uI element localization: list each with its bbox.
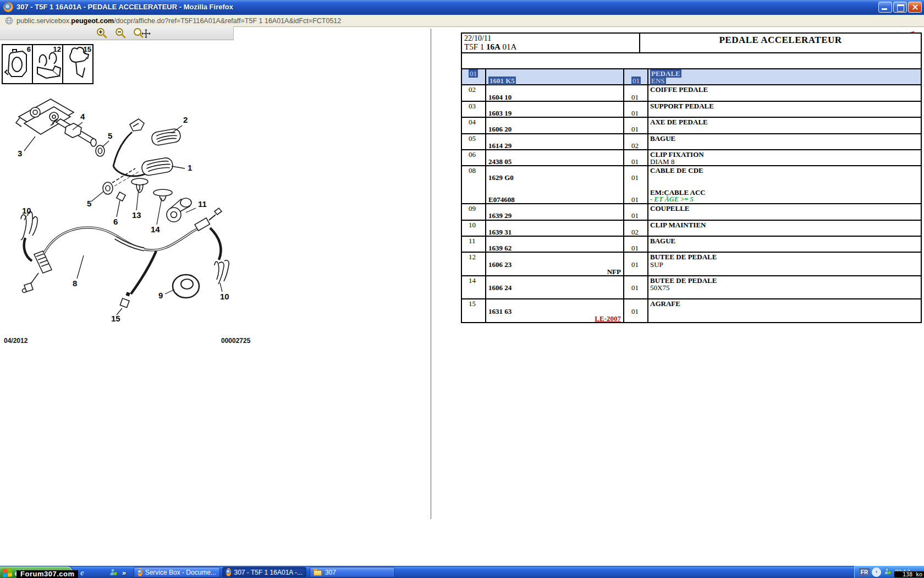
url-text[interactable]: public.servicebox.peugeot.com/docpr/affi… <box>16 17 341 25</box>
line: 01 <box>631 261 647 268</box>
cell-num: 09 <box>462 204 486 219</box>
cell-num: 02 <box>462 85 486 100</box>
table-row-15[interactable]: 151631 63LE-200701AGRAFE <box>462 299 921 323</box>
table-row-05[interactable]: 051614 2902BAGUE <box>462 134 921 150</box>
address-bar[interactable]: public.servicebox.peugeot.com/docpr/affi… <box>0 15 924 27</box>
line <box>650 315 921 322</box>
cell-qty: 01 <box>624 204 648 219</box>
firefox-quicklaunch-icon[interactable] <box>95 568 105 577</box>
doc-header: 22/10/11 T5F 1 16A 01A PEDALE ACCELERATE… <box>461 32 922 53</box>
hide-icons-button[interactable]: ‹ <box>872 568 881 577</box>
line: BUTEE DE PEDALE <box>650 277 921 284</box>
line: 05 <box>469 135 485 142</box>
cell-num: 06 <box>462 150 486 165</box>
thumbnail-number: 12 <box>53 45 61 53</box>
taskbar-button-label: 307 - T5F 1 16A01A -... <box>234 569 302 576</box>
line <box>631 315 647 322</box>
thumbnail-part-12[interactable]: 12 <box>32 44 63 84</box>
restore-button[interactable] <box>893 2 907 13</box>
line: 01 <box>631 212 647 219</box>
minimize-button[interactable] <box>878 2 892 13</box>
language-indicator[interactable]: FR <box>859 568 870 576</box>
line <box>469 268 485 275</box>
line: BAGUE <box>650 237 921 244</box>
panel-divider <box>431 29 431 519</box>
table-row-01[interactable]: 011601 K501PEDALEENS <box>462 69 921 85</box>
table-row-03[interactable]: 031603 1901SUPPORT PEDALE <box>462 102 921 118</box>
taskbar-button-label: 307 <box>325 569 336 576</box>
line <box>650 308 921 315</box>
line: SUP <box>650 261 921 268</box>
line: NFP <box>488 268 621 275</box>
cell-ref: 1631 63LE-2007 <box>486 299 624 322</box>
line: 1639 62 <box>488 244 621 252</box>
callout-3: 3 <box>18 149 22 158</box>
callout-11: 11 <box>198 199 207 209</box>
folder-icon <box>314 569 322 576</box>
thumbnail-part-15[interactable]: 15 <box>62 44 94 84</box>
table-row-14[interactable]: 141606 2401BUTEE DE PEDALE50X75 <box>462 276 921 300</box>
line <box>469 126 485 133</box>
cell-lab: SUPPORT PEDALE <box>648 102 921 117</box>
line: 01 <box>631 174 647 181</box>
cell-qty: 01 <box>624 85 648 100</box>
cell-ref: 1606 24 <box>486 276 624 299</box>
zoom-pan-button[interactable] <box>132 28 151 39</box>
internet-explorer-icon[interactable]: e <box>80 568 90 577</box>
callout-5b: 5 <box>87 199 91 208</box>
table-row-08[interactable]: 081629 G0E0746080101CABLE DE CDEEM:CABLE… <box>462 166 921 204</box>
line: 1606 20 <box>488 126 621 133</box>
callout-8: 8 <box>73 279 77 288</box>
line: COUPELLE <box>650 205 921 212</box>
close-icon <box>915 7 916 8</box>
thumbnail-part-6[interactable]: 6 <box>2 44 33 84</box>
line <box>469 77 485 84</box>
part-square-6 <box>117 192 125 201</box>
taskbar-button-servicebox[interactable]: Service Box - Docume... <box>134 567 220 577</box>
line: 02 <box>631 142 647 149</box>
cell-ref: 2438 05 <box>486 150 624 165</box>
cell-ref: 1639 62 <box>486 237 624 252</box>
line <box>631 291 647 298</box>
part-pedal-pad-1 <box>141 157 174 176</box>
zoom-in-button[interactable] <box>95 28 109 39</box>
line <box>469 94 485 101</box>
line <box>650 110 921 117</box>
firefox-icon <box>3 2 13 12</box>
table-row-10[interactable]: 101639 3102CLIP MAINTIEN <box>462 221 921 237</box>
doc-title: PEDALE ACCELERATEUR <box>639 34 921 52</box>
line: 01 <box>631 244 647 252</box>
line: BUTEE DE PEDALE <box>650 253 921 260</box>
quicklaunch-overflow-chevron[interactable]: » <box>122 568 129 577</box>
tray-messenger-icon[interactable] <box>883 567 892 577</box>
line <box>650 142 921 149</box>
table-row-12[interactable]: 121606 23NFP01BUTEE DE PEDALESUP <box>462 253 921 276</box>
minimize-icon <box>882 8 887 10</box>
callout-13: 13 <box>132 210 141 220</box>
callout-15: 15 <box>111 314 120 323</box>
table-row-04[interactable]: 041606 2001AXE DE PEDALE <box>462 118 921 134</box>
title-bar[interactable]: 307 - T5F 1 16A01A - PEDALE ACCELERATEUR… <box>0 0 924 15</box>
table-row-09[interactable]: 091639 2901COUPELLE <box>462 204 921 220</box>
zoom-out-button[interactable] <box>114 28 128 39</box>
cell-num: 11 <box>462 237 486 252</box>
line: CLIP FIXATION <box>650 151 921 158</box>
line: BAGUE <box>650 135 921 142</box>
callout-10-right: 10 <box>220 292 229 301</box>
callout-10-left: 10 <box>22 206 31 215</box>
cell-ref: 1606 20 <box>486 118 624 133</box>
cell-lab: AGRAFE <box>648 299 921 322</box>
doc-header-gap <box>461 53 922 68</box>
cell-lab: BAGUE <box>648 134 921 149</box>
table-row-02[interactable]: 021604 1001COIFFE PEDALE <box>462 85 921 101</box>
table-row-06[interactable]: 062438 0501CLIP FIXATIONDIAM 8 <box>462 150 921 166</box>
taskbar-button-307-active[interactable]: 307 - T5F 1 16A01A -... <box>222 567 306 577</box>
table-row-11[interactable]: 111639 6201BAGUE <box>462 237 921 253</box>
close-button[interactable] <box>908 2 922 13</box>
callout-2: 2 <box>183 115 188 124</box>
line: 14 <box>469 277 485 284</box>
messenger-icon[interactable] <box>109 568 119 577</box>
taskbar-button-folder-307[interactable]: 307 <box>310 567 395 577</box>
part-pedal-pad-2 <box>151 128 181 146</box>
line: CLIP MAINTIEN <box>650 221 921 228</box>
